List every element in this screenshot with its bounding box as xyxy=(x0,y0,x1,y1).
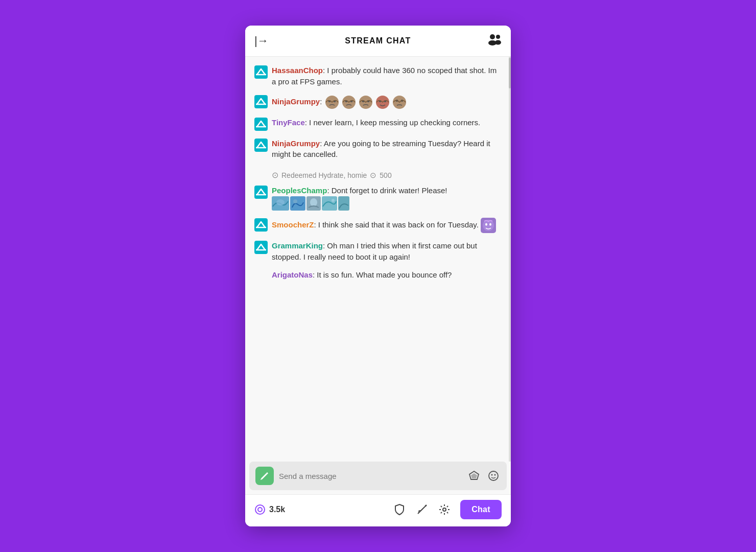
svg-point-52 xyxy=(443,508,446,511)
svg-rect-23 xyxy=(254,186,268,199)
bottom-icons: Chat xyxy=(393,500,502,519)
stream-chat-title: STREAM CHAT xyxy=(345,36,411,45)
message-text: : I never learn, I keep messing up check… xyxy=(305,118,481,127)
username: ArigatoNas xyxy=(272,270,313,279)
svg-point-45 xyxy=(255,505,265,514)
list-item: PeoplesChamp: Dont forget to drink water… xyxy=(254,185,500,211)
viewer-count-value: 3.5k xyxy=(269,505,285,514)
emote-group xyxy=(324,95,407,110)
username: GrammarKing xyxy=(272,241,323,250)
svg-rect-22 xyxy=(254,139,268,152)
list-item: HassaanChop: I probably could have 360 n… xyxy=(254,65,500,87)
svg-point-43 xyxy=(491,474,493,476)
message-content: NinjaGrumpy: xyxy=(272,95,500,110)
badge-icon xyxy=(254,65,268,79)
bottom-bar: 3.5k xyxy=(245,494,511,526)
svg-point-36 xyxy=(485,223,487,225)
emote-icon[interactable] xyxy=(486,469,501,483)
svg-point-25 xyxy=(276,199,285,205)
svg-rect-21 xyxy=(254,118,268,131)
svg-point-42 xyxy=(489,471,498,480)
list-item: ArigatoNas: It is so fun. What made you … xyxy=(254,269,500,283)
svg-point-2 xyxy=(496,35,500,39)
username: PeoplesChamp xyxy=(272,186,327,195)
message-content: ArigatoNas: It is so fun. What made you … xyxy=(272,269,500,281)
message-text: : xyxy=(320,97,324,105)
svg-point-0 xyxy=(490,34,495,39)
collapse-button[interactable]: |→ xyxy=(254,34,269,48)
message-content: NinjaGrumpy: Are you going to be streami… xyxy=(272,138,500,160)
message-content: SmoocherZ: I think she said that it was … xyxy=(272,218,500,233)
viewer-count: 3.5k xyxy=(254,504,285,515)
emote-group xyxy=(481,218,496,233)
message-content: HassaanChop: I probably could have 360 n… xyxy=(272,65,500,87)
chat-panel: |→ STREAM CHAT xyxy=(245,26,511,526)
clock-icon: ⊙ xyxy=(272,170,278,180)
bits-icon[interactable] xyxy=(467,469,481,483)
redeemed-text: Redeemed Hydrate, homie xyxy=(281,171,367,179)
edit-button[interactable] xyxy=(255,467,274,485)
list-item: NinjaGrumpy: xyxy=(254,95,500,110)
scrollbar[interactable] xyxy=(509,57,511,462)
username: NinjaGrumpy xyxy=(272,97,320,105)
badge-icon xyxy=(254,139,268,152)
input-icons xyxy=(467,469,501,483)
message-input-area xyxy=(249,462,507,490)
send-message-input[interactable] xyxy=(279,472,462,480)
list-item: GrammarKing: Oh man I tried this when it… xyxy=(254,240,500,263)
message-content: GrammarKing: Oh man I tried this when it… xyxy=(272,240,500,263)
sword-icon[interactable] xyxy=(415,503,429,516)
svg-point-31 xyxy=(332,199,335,202)
scrollbar-thumb[interactable] xyxy=(509,58,511,88)
username: HassaanChop xyxy=(272,66,323,75)
svg-point-46 xyxy=(258,508,262,512)
message-content: TinyFace: I never learn, I keep messing … xyxy=(272,117,500,128)
svg-rect-33 xyxy=(254,218,268,232)
badge-icon xyxy=(254,241,268,254)
users-icon[interactable] xyxy=(487,33,502,49)
svg-point-29 xyxy=(310,198,317,206)
badge-icon xyxy=(254,218,268,232)
username: SmoocherZ xyxy=(272,220,314,229)
message-text: : I think she said that it was back on f… xyxy=(314,220,481,229)
shield-icon[interactable] xyxy=(393,503,406,516)
messages-wrapper: HassaanChop: I probably could have 360 n… xyxy=(245,57,511,462)
svg-line-48 xyxy=(425,505,427,507)
message-text: : It is so fun. What made you bounce off… xyxy=(313,270,452,279)
svg-marker-41 xyxy=(471,473,477,478)
svg-point-27 xyxy=(293,199,297,203)
settings-icon[interactable] xyxy=(438,503,451,516)
username: TinyFace xyxy=(272,118,305,127)
list-item: SmoocherZ: I think she said that it was … xyxy=(254,218,500,233)
chat-header: |→ STREAM CHAT xyxy=(245,26,511,57)
message-content: PeoplesChamp: Dont forget to drink water… xyxy=(272,185,500,211)
svg-rect-32 xyxy=(338,196,349,211)
badge-icon xyxy=(254,186,268,199)
badge-icon xyxy=(254,95,268,108)
svg-point-3 xyxy=(495,40,501,45)
emote-group xyxy=(272,196,349,211)
chat-button[interactable]: Chat xyxy=(460,500,502,519)
messages-area: HassaanChop: I probably could have 360 n… xyxy=(245,57,509,462)
svg-rect-4 xyxy=(254,65,268,79)
redeemed-notice: ⊙ Redeemed Hydrate, homie ⊙ 500 xyxy=(254,167,500,182)
badge-icon xyxy=(254,118,268,131)
coin-icon: ⊙ xyxy=(370,171,376,180)
list-item: NinjaGrumpy: Are you going to be streami… xyxy=(254,138,500,160)
svg-rect-38 xyxy=(254,241,268,254)
svg-rect-5 xyxy=(254,95,268,108)
list-item: TinyFace: I never learn, I keep messing … xyxy=(254,117,500,131)
svg-point-37 xyxy=(489,223,491,225)
redeemed-points: 500 xyxy=(380,171,391,179)
username: NinjaGrumpy xyxy=(272,139,320,148)
svg-point-44 xyxy=(494,474,496,476)
message-text: : Dont forget to drink water! Please! xyxy=(327,186,447,195)
